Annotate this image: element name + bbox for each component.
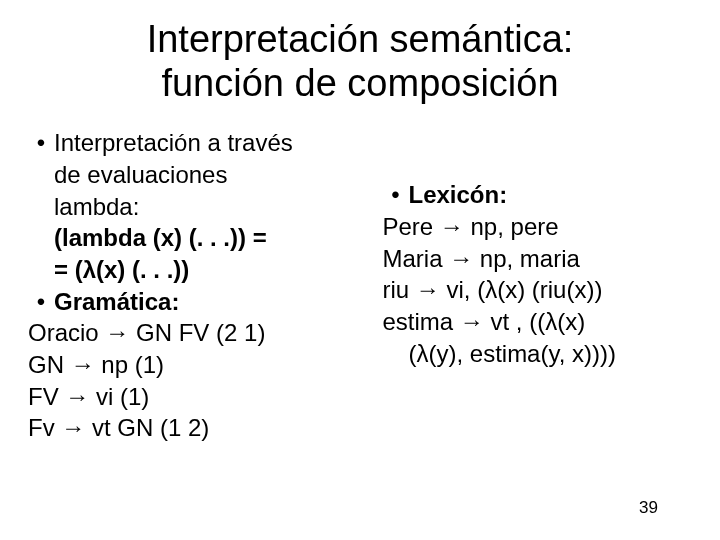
text: Interpretación a través	[54, 129, 293, 156]
lexicon-entry: estima → vt , ((λ(x)	[382, 306, 692, 338]
lexicon-entry-cont: (λ(y), estima(y, x))))	[382, 338, 692, 370]
text: lambda:	[54, 193, 139, 220]
text: de evaluaciones	[54, 161, 227, 188]
bullet-dot-icon: •	[28, 127, 54, 159]
content-columns: • Interpretación a través de evaluacione…	[0, 127, 720, 444]
bullet-interpretation: • Interpretación a través de evaluacione…	[28, 127, 382, 222]
grammar-rule: FV → vi (1)	[28, 381, 382, 413]
lambda-line2: = (λ(x) (. . .))	[28, 254, 382, 286]
page-number: 39	[639, 498, 658, 518]
title-line1: Interpretación semántica:	[147, 18, 574, 60]
right-column: • Lexicón: Pere → np, pere Maria → np, m…	[382, 127, 692, 444]
text: Lexicón:	[408, 179, 692, 211]
grammar-rule: GN → np (1)	[28, 349, 382, 381]
lexicon-entry: riu → vi, (λ(x) (riu(x))	[382, 274, 692, 306]
lexicon-entry: Pere → np, pere	[382, 211, 692, 243]
text: Gramática:	[54, 286, 382, 318]
bullet-dot-icon: •	[382, 179, 408, 211]
title-line2: función de composición	[161, 62, 558, 104]
slide-title: Interpretación semántica: función de com…	[0, 18, 720, 105]
left-column: • Interpretación a través de evaluacione…	[28, 127, 382, 444]
grammar-rule: Fv → vt GN (1 2)	[28, 412, 382, 444]
grammar-rule: Oracio → GN FV (2 1)	[28, 317, 382, 349]
bullet-lexicon: • Lexicón:	[382, 179, 692, 211]
lexicon-entry: Maria → np, maria	[382, 243, 692, 275]
lambda-line1: (lambda (x) (. . .)) =	[28, 222, 382, 254]
bullet-grammar: • Gramática:	[28, 286, 382, 318]
bullet-dot-icon: •	[28, 286, 54, 318]
